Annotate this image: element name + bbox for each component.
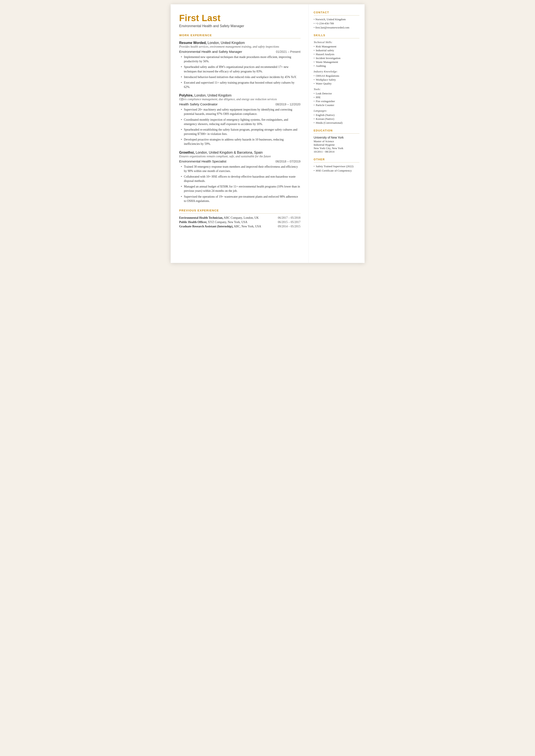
industry-skills-label: Industry Knowledge: [314, 70, 359, 73]
prev-row-left-1: Environmental Health Technician, ABC Com… [179, 216, 274, 220]
left-column: First Last Environmental Health and Safe… [171, 4, 309, 263]
skill-ind-2: Workplace Safety [314, 78, 359, 81]
bullet-2-4: Developed proactive strategies to addres… [180, 137, 300, 146]
bullet-1-2: Spearheaded safety audits of RW's organi… [180, 65, 300, 73]
skills-label: SKILLS [314, 34, 359, 37]
tools-label: Tools: [314, 88, 359, 91]
edu-dates: 10/2011 - 08/2014 [314, 150, 359, 154]
edu-location: New York City, New York [314, 147, 359, 150]
skill-tech-5: Waste Management [314, 60, 359, 64]
other-label: OTHER [314, 158, 359, 161]
skill-tech-6: Auditing [314, 64, 359, 68]
prev-row-1: Environmental Health Technician, ABC Com… [179, 216, 300, 220]
job-block-2: Polyhire, London, United Kingdom Offers … [179, 94, 300, 146]
skill-tech-3: Hazard Analysis [314, 53, 359, 56]
bullet-1-4: Executed and supervised 11+ safety train… [180, 81, 300, 89]
prev-row-left-3: Graduate Research Assistant (Internship)… [179, 225, 274, 228]
bullet-3-3: Managed an annual budget of $350K for 11… [180, 184, 300, 193]
resume-page: First Last Environmental Health and Safe… [171, 4, 365, 263]
contact-address: Norwich, United Kingdom [314, 18, 359, 21]
bullet-3-4: Supervised the operations of 19+ wastewa… [180, 195, 300, 203]
edu-institution: University of New York [314, 136, 359, 139]
skill-tech-1: Risk Management [314, 45, 359, 48]
job-block-3: Growthsi, London, United Kingdom & Barce… [179, 151, 300, 203]
skill-ind-3: Water Quality [314, 82, 359, 85]
technical-skills-label: Technical Skills: [314, 41, 359, 44]
header-block: First Last Environmental Health and Safe… [179, 13, 300, 28]
education-divider [314, 133, 359, 134]
skill-tool-3: Fire extinguisher [314, 99, 359, 103]
contact-phone: +1-234-456-789 [314, 22, 359, 25]
job-block-1: Resume Worded, London, United Kingdom Pr… [179, 41, 300, 89]
work-experience-label: WORK EXPERIENCE [179, 34, 300, 37]
skill-lang-2: Korean (Native) [314, 117, 359, 121]
edu-field: Industrial Hygiene [314, 143, 359, 147]
prev-row-dates-3: 09/2014 – 05/2015 [278, 225, 300, 228]
job-dates-2: 08/2019 – 12/2020 [276, 102, 300, 106]
previous-experience-table: Environmental Health Technician, ABC Com… [179, 216, 300, 228]
skill-tool-1: Leak Detector [314, 92, 359, 95]
job-title-1: Environmental Health and Safety Manager [179, 50, 242, 54]
contact-label: CONTACT [314, 11, 359, 14]
bullet-3-2: Collaborated with 10+ HSE officers to de… [180, 175, 300, 183]
contact-email: first.last@resumeworded.com [314, 26, 359, 29]
bullet-3-1: Trained 30 emergency response team membe… [180, 165, 300, 173]
prev-row-2: Public Health Officer, XYZ Company, New … [179, 220, 300, 224]
job-row-2: Health Safety Coordinator 08/2019 – 12/2… [179, 102, 300, 106]
company-name-3: Growthsi, London, United Kingdom & Barce… [179, 151, 300, 154]
skill-ind-1: OHSAS Regulations [314, 74, 359, 78]
job-row-3: Environmental Health Specialist 06/2018 … [179, 159, 300, 163]
job-bullets-1: Implemented new operational techniques t… [180, 55, 300, 89]
job-bullets-3: Trained 30 emergency response team membe… [180, 165, 300, 203]
job-title-2: Health Safety Coordinator [179, 102, 218, 106]
bullet-2-3: Spearheaded re-establishing the safety l… [180, 127, 300, 136]
education-block: University of New York Master of Science… [314, 136, 359, 154]
job-row-1: Environmental Health and Safety Manager … [179, 50, 300, 54]
right-column: CONTACT Norwich, United Kingdom +1-234-4… [309, 4, 365, 263]
job-dates-3: 06/2018 – 07/2019 [276, 160, 300, 163]
skill-tech-2: Industrial safety [314, 49, 359, 52]
skill-tech-4: Incident Investigation [314, 56, 359, 60]
prev-row-3: Graduate Research Assistant (Internship)… [179, 225, 300, 228]
edu-degree: Master of Science [314, 140, 359, 143]
prev-row-dates-2: 06/2015 – 05/2017 [278, 220, 300, 224]
job-title-header: Environmental Health and Safety Manager [179, 24, 300, 28]
skill-tool-4: Particle Counter [314, 103, 359, 107]
education-label: EDUCATION [314, 129, 359, 132]
other-item-1: Safety Trained Supervisor (2022) [314, 165, 359, 168]
bullet-1-3: Introduced behavior-based initiatives th… [180, 75, 300, 79]
languages-label: Languages: [314, 109, 359, 113]
job-title-3: Environmental Health Specialist [179, 159, 226, 163]
bullet-2-2: Coordinated monthly inspection of emerge… [180, 118, 300, 126]
skill-lang-3: Hindu (Conversational) [314, 121, 359, 125]
skill-lang-1: English (Native) [314, 113, 359, 117]
job-bullets-2: Supervised 20+ machinery and safety equi… [180, 107, 300, 146]
prev-row-dates-1: 06/2017 – 05/2018 [278, 216, 300, 220]
previous-experience-label: PREVIOUS EXPERIENCE [179, 209, 300, 212]
company-tagline-3: Ensures organizations remain compliant, … [179, 155, 300, 158]
bullet-2-1: Supervised 20+ machinery and safety equi… [180, 107, 300, 116]
company-tagline-1: Provides health services, environment ma… [179, 45, 300, 48]
contact-divider [314, 15, 359, 15]
bullet-1-1: Implemented new operational techniques t… [180, 55, 300, 64]
skill-tool-2: PPE [314, 96, 359, 99]
company-tagline-2: Offers compliance management, due dilige… [179, 98, 300, 101]
company-name-2: Polyhire, London, United Kingdom [179, 94, 300, 98]
prev-row-left-2: Public Health Officer, XYZ Company, New … [179, 220, 274, 224]
other-item-2: HSE Certificate of Competency [314, 169, 359, 172]
company-name-1: Resume Worded, London, United Kingdom [179, 41, 300, 45]
full-name: First Last [179, 13, 300, 23]
job-dates-1: 01/2021 – Present [276, 50, 300, 53]
